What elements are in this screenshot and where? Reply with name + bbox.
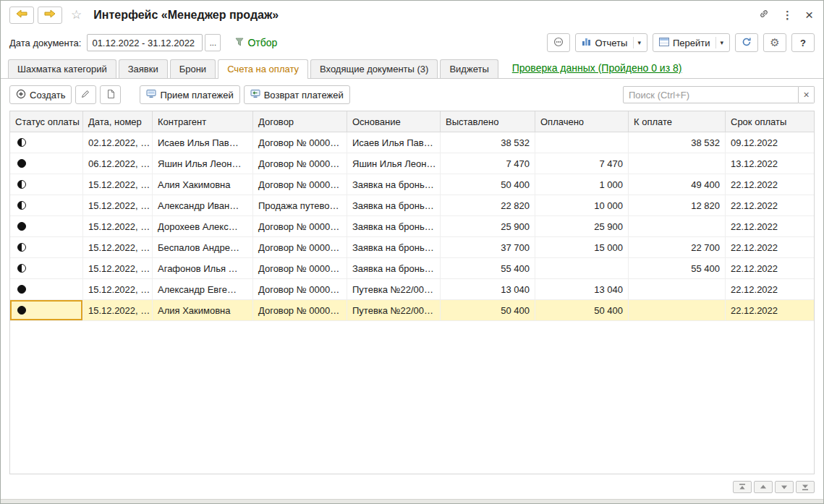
due-date-cell[interactable]: 22.12.2022	[726, 258, 814, 278]
link-icon[interactable]	[758, 8, 770, 22]
table-row[interactable]: 02.12.2022, …Исаев Илья Пав…Договор № 00…	[10, 132, 814, 153]
due-date-cell[interactable]: 22.12.2022	[726, 195, 814, 215]
due-date-cell[interactable]: 22.12.2022	[726, 216, 814, 236]
due-date-cell[interactable]: 22.12.2022	[726, 174, 814, 195]
table-row[interactable]: 15.12.2022, …Агафонов Илья …Договор № 00…	[10, 258, 814, 279]
column-header-basis[interactable]: Основание	[347, 111, 441, 132]
tab-shahmatka[interactable]: Шахматка категорий	[8, 59, 116, 78]
more-menu-icon[interactable]: ⋮	[782, 9, 793, 22]
counterparty-cell[interactable]: Яшин Илья Леон…	[153, 153, 253, 174]
status-cell[interactable]	[10, 195, 83, 215]
column-header-to-pay[interactable]: К оплате	[629, 111, 726, 132]
table-row[interactable]: 15.12.2022, …Алия ХакимовнаДоговор № 000…	[10, 174, 814, 195]
paid-cell[interactable]: 1 000	[535, 174, 629, 195]
contract-cell[interactable]: Договор № 0000…	[253, 258, 347, 278]
scroll-top-button[interactable]	[733, 481, 752, 493]
basis-cell[interactable]: Заявка на бронь…	[347, 237, 441, 257]
paid-cell[interactable]: 15 000	[535, 237, 629, 257]
billed-cell[interactable]: 22 820	[441, 195, 535, 215]
contract-cell[interactable]: Договор № 0000…	[253, 132, 347, 153]
column-header-contract[interactable]: Договор	[253, 111, 347, 132]
paid-cell[interactable]: 7 470	[535, 153, 629, 174]
close-icon[interactable]: ×	[805, 8, 813, 22]
date-number-cell[interactable]: 02.12.2022, …	[83, 132, 153, 153]
basis-cell[interactable]: Заявка на бронь…	[347, 195, 441, 215]
basis-cell[interactable]: Яшин Илья Леон…	[347, 153, 441, 174]
status-cell[interactable]	[10, 216, 83, 236]
search-input[interactable]	[623, 86, 799, 103]
table-row[interactable]: 15.12.2022, …Дорохеев Алекс…Договор № 00…	[10, 216, 814, 237]
search-clear-button[interactable]: ×	[799, 86, 815, 103]
due-date-cell[interactable]: 09.12.2022	[726, 132, 814, 153]
back-button[interactable]	[9, 7, 34, 24]
contract-cell[interactable]: Договор № 0000…	[253, 279, 347, 299]
basis-cell[interactable]: Заявка на бронь…	[347, 216, 441, 236]
to-pay-cell[interactable]	[629, 216, 726, 236]
due-date-cell[interactable]: 22.12.2022	[726, 300, 814, 320]
contract-cell[interactable]: Договор № 0000…	[253, 300, 347, 320]
date-number-cell[interactable]: 15.12.2022, …	[83, 174, 153, 195]
tab-broni[interactable]: Брони	[170, 59, 216, 78]
table-row[interactable]: 15.12.2022, …Беспалов Андре…Договор № 00…	[10, 237, 814, 258]
table-row[interactable]: 15.12.2022, …Алия ХакимовнаДоговор № 000…	[10, 300, 814, 321]
status-cell[interactable]	[10, 174, 83, 195]
forward-button[interactable]	[38, 7, 62, 24]
date-number-cell[interactable]: 15.12.2022, …	[83, 279, 153, 299]
contract-cell[interactable]: Продажа путево…	[253, 195, 347, 215]
due-date-cell[interactable]: 22.12.2022	[726, 279, 814, 299]
to-pay-cell[interactable]: 55 400	[629, 258, 726, 278]
status-cell[interactable]	[10, 300, 83, 320]
table-row[interactable]: 15.12.2022, …Александр Иван…Продажа путе…	[10, 195, 814, 216]
to-pay-cell[interactable]	[629, 153, 726, 174]
tab-invoices[interactable]: Счета на оплату	[218, 59, 308, 79]
basis-cell[interactable]: Заявка на бронь…	[347, 174, 441, 195]
accept-payments-button[interactable]: Прием платежей	[140, 85, 239, 104]
to-pay-cell[interactable]: 49 400	[629, 174, 726, 195]
billed-cell[interactable]: 7 470	[441, 153, 535, 174]
edit-button[interactable]	[75, 85, 96, 104]
contract-cell[interactable]: Договор № 0000…	[253, 153, 347, 174]
billed-cell[interactable]: 38 532	[441, 132, 535, 153]
date-range-input[interactable]	[87, 34, 203, 51]
status-cell[interactable]	[10, 132, 83, 153]
reports-button[interactable]: Отчеты ▾	[575, 33, 647, 52]
date-number-cell[interactable]: 06.12.2022, …	[83, 153, 153, 174]
contract-cell[interactable]: Договор № 0000…	[253, 174, 347, 195]
billed-cell[interactable]: 50 400	[441, 300, 535, 320]
counterparty-cell[interactable]: Алия Хакимовна	[153, 300, 253, 320]
to-pay-cell[interactable]: 12 820	[629, 195, 726, 215]
counterparty-cell[interactable]: Исаев Илья Пав…	[153, 132, 253, 153]
settings-button[interactable]: ⚙	[763, 33, 786, 52]
to-pay-cell[interactable]: 38 532	[629, 132, 726, 153]
billed-cell[interactable]: 50 400	[441, 174, 535, 195]
paid-cell[interactable]: 50 400	[535, 300, 629, 320]
status-cell[interactable]	[10, 258, 83, 278]
scroll-down-button[interactable]	[775, 481, 794, 493]
contract-cell[interactable]: Договор № 0000…	[253, 216, 347, 236]
date-number-cell[interactable]: 15.12.2022, …	[83, 195, 153, 215]
scroll-up-button[interactable]	[754, 481, 773, 493]
date-picker-button[interactable]: ...	[205, 34, 221, 51]
status-cell[interactable]	[10, 153, 83, 174]
date-number-cell[interactable]: 15.12.2022, …	[83, 237, 153, 257]
paid-cell[interactable]: 13 040	[535, 279, 629, 299]
counterparty-cell[interactable]: Беспалов Андре…	[153, 237, 253, 257]
filter-link[interactable]: Отбор	[235, 37, 277, 48]
paid-cell[interactable]	[535, 258, 629, 278]
basis-cell[interactable]: Заявка на бронь…	[347, 258, 441, 278]
tab-zayavki[interactable]: Заявки	[119, 59, 168, 78]
paid-cell[interactable]: 25 900	[535, 216, 629, 236]
status-cell[interactable]	[10, 279, 83, 299]
data-check-link[interactable]: Проверка данных (Пройдено 0 из 8)	[512, 62, 682, 74]
paid-cell[interactable]: 10 000	[535, 195, 629, 215]
collaboration-button[interactable]	[547, 33, 570, 52]
due-date-cell[interactable]: 13.12.2022	[726, 153, 814, 174]
date-number-cell[interactable]: 15.12.2022, …	[83, 216, 153, 236]
to-pay-cell[interactable]: 22 700	[629, 237, 726, 257]
create-button[interactable]: Создать	[9, 85, 72, 104]
copy-document-button[interactable]	[100, 85, 121, 104]
due-date-cell[interactable]: 22.12.2022	[726, 237, 814, 257]
billed-cell[interactable]: 25 900	[441, 216, 535, 236]
tab-incoming-documents[interactable]: Входящие документы (3)	[310, 59, 438, 78]
to-pay-cell[interactable]	[629, 300, 726, 320]
